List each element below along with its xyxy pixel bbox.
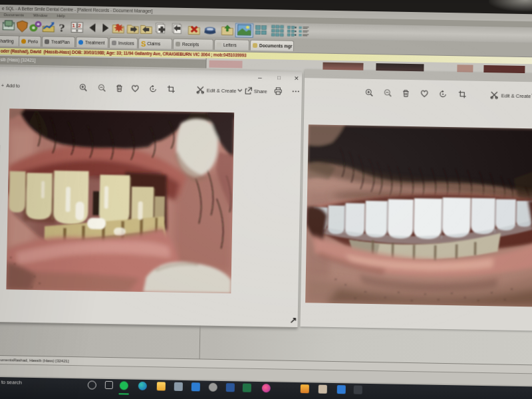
- svg-text:Edit & Create: Edit & Create: [501, 92, 531, 99]
- svg-text:2: 2: [78, 23, 81, 29]
- svg-text:Share: Share: [254, 88, 267, 94]
- svg-text:Edit & Create: Edit & Create: [207, 88, 237, 94]
- svg-text:?: ?: [59, 21, 65, 34]
